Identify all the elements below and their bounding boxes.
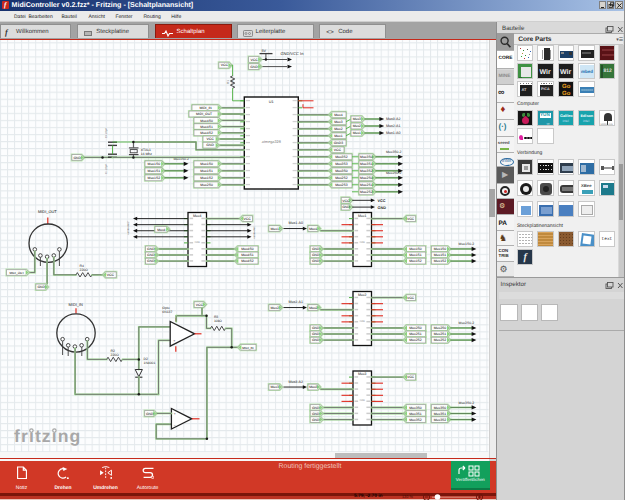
svg-text:Mux4S2: Mux4S2: [241, 259, 254, 263]
svg-text:VCC: VCC: [378, 199, 386, 203]
svg-text:Mux3S0-2: Mux3S0-2: [386, 150, 402, 154]
svg-text:Mux3S2: Mux3S2: [360, 169, 373, 173]
svg-text:VCC: VCC: [221, 63, 229, 67]
svg-text:VCC: VCC: [107, 273, 115, 277]
svg-text:Mux4: Mux4: [157, 228, 165, 232]
svg-text:VCC: VCC: [334, 148, 342, 152]
svg-text:GND/VCC In: GND/VCC In: [281, 51, 304, 56]
svg-text:Mux3S2: Mux3S2: [335, 155, 348, 159]
svg-text:Mux2S1: Mux2S1: [409, 332, 422, 336]
svg-text:Mux1: Mux1: [353, 131, 361, 135]
svg-text:GND: GND: [147, 253, 155, 257]
svg-text:Mux3S0-2: Mux3S0-2: [459, 401, 475, 405]
svg-text:Mux2: Mux2: [309, 306, 317, 310]
svg-text:Mux1S0: Mux1S0: [409, 247, 422, 251]
svg-text:Mux4: Mux4: [334, 113, 342, 117]
svg-text:GND: GND: [342, 205, 350, 209]
svg-text:Mux1S0: Mux1S0: [148, 162, 161, 166]
svg-text:4051: 4051: [359, 241, 365, 244]
svg-text:MIDI_IN: MIDI_IN: [199, 106, 212, 110]
svg-text:U1: U1: [269, 100, 274, 104]
svg-text:GND: GND: [206, 143, 214, 147]
svg-text:4051: 4051: [359, 320, 365, 323]
svg-text:Mux2: Mux2: [353, 124, 361, 128]
svg-text:Mux1S2: Mux1S2: [409, 259, 422, 263]
svg-text:Mux3: Mux3: [271, 385, 279, 389]
svg-text:Mux1S1: Mux1S1: [200, 169, 213, 173]
svg-text:VCC: VCC: [251, 58, 259, 62]
svg-text:Mux1S1: Mux1S1: [434, 253, 447, 257]
svg-text:220Ω: 220Ω: [80, 268, 89, 272]
svg-text:VCC: VCC: [244, 217, 252, 221]
svg-text:Mux1: Mux1: [271, 227, 279, 231]
svg-text:Mux1-A0: Mux1-A0: [386, 131, 400, 135]
svg-text:Mux3S1: Mux3S1: [434, 412, 447, 416]
svg-text:VCC: VCC: [407, 217, 415, 221]
svg-text:GND: GND: [146, 412, 154, 416]
svg-text:Mux1-A0: Mux1-A0: [289, 221, 303, 225]
svg-text:Mux2S2: Mux2S2: [409, 338, 422, 342]
svg-text:10kΩ: 10kΩ: [231, 79, 234, 85]
svg-text:C4 22pF: C4 22pF: [105, 128, 108, 138]
svg-text:Mux4S2: Mux4S2: [200, 131, 213, 135]
svg-text:Mux1S2: Mux1S2: [200, 176, 213, 180]
svg-text:Mux3-A2: Mux3-A2: [289, 380, 303, 384]
svg-text:GND: GND: [37, 285, 45, 289]
svg-text:VCC: VCC: [342, 199, 350, 203]
svg-text:Mux3S2: Mux3S2: [409, 418, 422, 422]
svg-text:fritzing: fritzing: [14, 426, 81, 446]
svg-text:Mux2S2: Mux2S2: [434, 338, 447, 342]
svg-text:Mux1S1: Mux1S1: [148, 169, 161, 173]
svg-text:220Ω: 220Ω: [111, 353, 120, 357]
svg-text:Mux2-A1: Mux2-A1: [289, 300, 303, 304]
svg-text:VCC: VCC: [207, 137, 215, 141]
svg-text:MIDI_OUT: MIDI_OUT: [9, 271, 24, 275]
svg-text:Mux2S2: Mux2S2: [360, 190, 373, 194]
svg-text:Mux2S0: Mux2S0: [409, 326, 422, 330]
svg-text:Mux1S2: Mux1S2: [148, 176, 161, 180]
svg-text:Mux3-A2: Mux3-A2: [386, 117, 400, 121]
svg-text:GND: GND: [312, 259, 320, 263]
svg-text:GND: GND: [312, 338, 320, 342]
svg-text:Mux3S0: Mux3S0: [434, 406, 447, 410]
svg-text:Mux2S0: Mux2S0: [200, 183, 213, 187]
svg-text:Mux3: Mux3: [309, 385, 317, 389]
svg-text:atmega328: atmega328: [262, 140, 281, 144]
svg-text:GND: GND: [312, 247, 320, 251]
svg-text:GND: GND: [147, 259, 155, 263]
svg-text:+: +: [173, 339, 175, 343]
svg-text:Mux3S1: Mux3S1: [360, 162, 373, 166]
svg-text:GND: GND: [147, 247, 155, 251]
svg-text:GND: GND: [312, 406, 320, 410]
svg-text:Mux2S3: Mux2S3: [335, 183, 348, 187]
svg-text:GND: GND: [312, 326, 320, 330]
svg-text:−: −: [174, 424, 176, 428]
svg-text:MIDI_OUT: MIDI_OUT: [196, 112, 212, 116]
svg-text:4051: 4051: [359, 399, 365, 402]
svg-text:connector2: connector2: [127, 221, 130, 234]
svg-text:Mux3: Mux3: [353, 117, 361, 121]
svg-text:Mux4S1: Mux4S1: [200, 125, 213, 129]
svg-text:Mux1: Mux1: [358, 214, 367, 218]
svg-text:Mux3S2: Mux3S2: [434, 418, 447, 422]
svg-text:Mux2S0: Mux2S0: [360, 176, 373, 180]
svg-text:Mux2S0-2: Mux2S0-2: [459, 321, 475, 325]
svg-text:Mux3S0: Mux3S0: [360, 155, 373, 159]
svg-text:Mux2S2: Mux2S2: [335, 176, 348, 180]
svg-text:GND: GND: [312, 332, 320, 336]
svg-text:VCC: VCC: [407, 375, 415, 379]
svg-text:Mux1S0-2: Mux1S0-2: [459, 242, 475, 246]
svg-text:GND3: GND3: [334, 141, 344, 145]
svg-text:C1 22pF: C1 22pF: [105, 164, 108, 174]
svg-text:MIDI_IN: MIDI_IN: [242, 346, 253, 350]
svg-text:Mux3: Mux3: [358, 372, 367, 376]
svg-text:GND: GND: [312, 412, 320, 416]
svg-text:connector1: connector1: [253, 225, 256, 238]
svg-text:Mux2S1: Mux2S1: [360, 183, 373, 187]
svg-text:Mux4S1: Mux4S1: [241, 253, 254, 257]
svg-text:Mux2S0: Mux2S0: [434, 326, 447, 330]
svg-text:Mux3S0: Mux3S0: [335, 169, 348, 173]
svg-text:1N4001: 1N4001: [144, 361, 156, 365]
svg-text:Mux3: Mux3: [334, 120, 342, 124]
svg-text:GND: GND: [378, 206, 387, 210]
